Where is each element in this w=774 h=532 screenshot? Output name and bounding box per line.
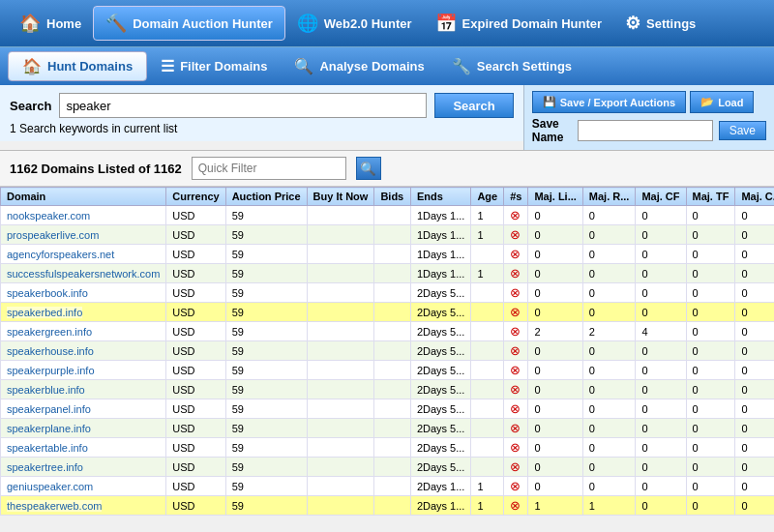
save-button[interactable]: Save (719, 121, 766, 140)
cell-auction-price: 59 (225, 399, 307, 419)
table-row: speakertree.infoUSD592Days 5...⊗000000 (1, 458, 775, 477)
domain-link[interactable]: speakertable.info (7, 442, 88, 454)
cell-buy-now (307, 283, 374, 303)
cell-bids (374, 438, 410, 458)
domain-table-container[interactable]: Domain Currency Auction Price Buy It Now… (0, 187, 774, 516)
domain-link[interactable]: speakerhouse.info (7, 345, 94, 357)
cell-r: 0 (582, 264, 636, 283)
wrench-icon: 🔧 (452, 57, 471, 75)
domain-link[interactable]: speakerplane.info (7, 423, 91, 434)
domain-link[interactable]: thespeakerweb.com (7, 500, 102, 512)
cell-auction-price: 59 (225, 496, 307, 516)
cell-buy-now (307, 322, 374, 341)
search-input[interactable] (59, 93, 427, 118)
nav-expired-domain[interactable]: 📅 Expired Domain Hunter (424, 7, 613, 40)
table-row: speakerpurple.infoUSD592Days 5...⊗000000 (1, 361, 775, 380)
nav-home[interactable]: 🏠 Home (8, 7, 93, 40)
cell-ends: 2Days 5... (410, 458, 471, 477)
domain-link[interactable]: speakerbook.info (7, 287, 88, 299)
table-row: speakerplane.infoUSD592Days 5...⊗000000 (1, 419, 775, 438)
cell-age: 1 (471, 225, 504, 245)
cell-bids (374, 225, 410, 245)
cell-tf: 0 (686, 458, 735, 477)
cell-domain: speakerplane.info (1, 419, 166, 438)
nav-domain-auction-hunter[interactable]: 🔨 Domain Auction Hunter (93, 6, 285, 41)
blocked-icon: ⊗ (510, 479, 521, 493)
search-button[interactable]: Search (434, 93, 513, 118)
nav-home-label: Home (46, 16, 81, 31)
quick-filter-input[interactable] (192, 157, 346, 180)
cell-age: 1 (471, 496, 504, 516)
cell-tf: 0 (686, 399, 735, 419)
cell-li: 0 (528, 283, 582, 303)
cell-bids (374, 458, 410, 477)
cell-cf: 0 (636, 264, 686, 283)
domain-link[interactable]: speakerbed.info (7, 307, 82, 318)
cell-r: 0 (582, 380, 636, 399)
domain-link[interactable]: nookspeaker.com (7, 210, 90, 222)
cell-li: 0 (528, 380, 582, 399)
cell-domain: prospeakerlive.com (1, 225, 166, 245)
load-button[interactable]: 📂 Load (690, 91, 754, 113)
cell-c: 0 (735, 458, 774, 477)
export-panel: 💾 Save / Export Auctions 📂 Load Save Nam… (523, 85, 774, 150)
load-icon: 📂 (700, 96, 714, 108)
domain-link[interactable]: speakerblue.info (7, 384, 85, 396)
cell-buy-now (307, 264, 374, 283)
col-ends: Ends (410, 188, 471, 206)
subnav-analyse-domains-label: Analyse Domains (319, 59, 424, 74)
nav-web2-hunter[interactable]: 🌐 Web2.0 Hunter (285, 7, 424, 40)
domain-link[interactable]: speakerpanel.info (7, 403, 91, 415)
cell-auction-price: 59 (225, 380, 307, 399)
cell-tf: 0 (686, 283, 735, 303)
cell-li: 0 (528, 419, 582, 438)
cell-tf: 0 (686, 477, 735, 496)
domain-link[interactable]: speakerpurple.info (7, 365, 95, 376)
cell-cf: 0 (636, 245, 686, 264)
subnav-filter-domains[interactable]: ☰ Filter Domains (147, 52, 281, 80)
cell-bids (374, 206, 410, 225)
cell-ends: 2Days 5... (410, 341, 471, 361)
cell-buy-now (307, 496, 374, 516)
cell-li: 2 (528, 516, 582, 517)
cell-domain: agencyforspeakers.net (1, 245, 166, 264)
domain-link[interactable]: speakergreen.info (7, 326, 92, 338)
domain-link[interactable]: agencyforspeakers.net (7, 249, 114, 260)
cell-auction-price: 59 (225, 283, 307, 303)
cell-r: 0 (582, 477, 636, 496)
subnav-analyse-domains[interactable]: 🔍 Analyse Domains (281, 52, 437, 80)
save-name-input[interactable] (578, 120, 713, 141)
domain-count: 1162 Domains Listed of 1162 (10, 162, 182, 176)
cell-s: ⊗ (504, 283, 528, 303)
cell-currency: USD (166, 419, 225, 438)
domain-link[interactable]: geniuspeaker.com (7, 481, 93, 492)
nav-settings[interactable]: ⚙ Settings (613, 7, 707, 40)
search-section: Search Search 1 Search keywords in curre… (0, 85, 523, 150)
domain-link[interactable]: prospeakerlive.com (7, 229, 99, 241)
cell-s: ⊗ (504, 419, 528, 438)
blocked-icon: ⊗ (510, 440, 521, 455)
subnav-hunt-domains[interactable]: 🏠 Hunt Domains (8, 51, 147, 81)
domain-link[interactable]: successfulspeakersnetwork.com (7, 268, 160, 280)
quick-filter-button[interactable]: 🔍 (356, 157, 381, 180)
cell-r: 0 (582, 399, 636, 419)
table-row: prospeakerlive.comUSD591Days 1...1⊗00000… (1, 225, 775, 245)
cell-tf: 0 (686, 438, 735, 458)
cell-li: 0 (528, 399, 582, 419)
table-row: speakerbed.infoUSD592Days 5...⊗000000 (1, 303, 775, 322)
cell-li: 0 (528, 438, 582, 458)
cell-domain: speakertable.info (1, 438, 166, 458)
search-icon: 🔍 (360, 162, 376, 176)
save-export-button[interactable]: 💾 Save / Export Auctions (532, 91, 686, 113)
cell-ends: 2Days 5... (410, 438, 471, 458)
nav-domain-auction-hunter-label: Domain Auction Hunter (133, 16, 273, 31)
cell-r: 0 (582, 303, 636, 322)
domain-table: Domain Currency Auction Price Buy It Now… (0, 187, 774, 516)
hammer-icon: 🔨 (105, 13, 127, 34)
cell-domain: geniuspeaker.com (1, 477, 166, 496)
cell-c: 0 (735, 380, 774, 399)
cell-cf: 0 (636, 380, 686, 399)
domain-link[interactable]: speakertree.info (7, 461, 83, 473)
cell-r: 2 (582, 322, 636, 341)
subnav-search-settings[interactable]: 🔧 Search Settings (438, 52, 585, 80)
